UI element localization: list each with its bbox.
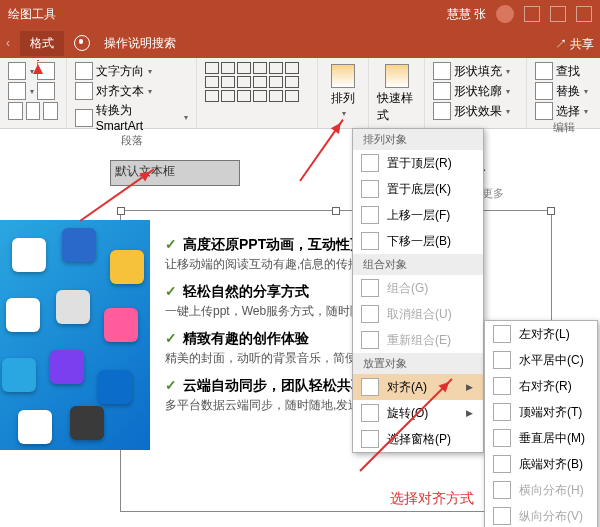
menu-selection-pane[interactable]: 选择窗格(P): [353, 426, 483, 452]
align-hcenter-icon: [493, 351, 511, 369]
find-icon[interactable]: [535, 62, 553, 80]
rotate-icon: [361, 404, 379, 422]
smartart-icon[interactable]: [75, 109, 93, 127]
arrange-icon: [331, 64, 355, 88]
shape-fill-button[interactable]: 形状填充: [454, 63, 502, 80]
group-paragraph-label: 段落: [75, 133, 188, 148]
align-top[interactable]: 顶端对齐(T): [485, 399, 597, 425]
replace-icon[interactable]: [535, 82, 553, 100]
shape-outline-icon[interactable]: [433, 82, 451, 100]
menu-ungroup[interactable]: 取消组合(U): [353, 301, 483, 327]
user-avatar[interactable]: [496, 5, 514, 23]
indent-inc-icon[interactable]: [37, 82, 55, 100]
default-textbox-placeholder[interactable]: 默认文本框: [110, 160, 240, 186]
replace-button[interactable]: 替换: [556, 83, 580, 100]
shape-outline-button[interactable]: 形状轮廓: [454, 83, 502, 100]
numbering-icon[interactable]: [8, 82, 26, 100]
align-left[interactable]: 左对齐(L): [485, 321, 597, 347]
check-icon: ✓: [165, 330, 177, 346]
align-bottom[interactable]: 底端对齐(B): [485, 451, 597, 477]
share-button[interactable]: ↗ 共享: [555, 36, 594, 53]
bring-forward-icon: [361, 206, 379, 224]
menu-align[interactable]: 对齐(A)▶: [353, 374, 483, 400]
align-vmid-icon: [493, 429, 511, 447]
shape-effects-icon[interactable]: [433, 102, 451, 120]
align-text-button[interactable]: 对齐文本: [96, 83, 144, 100]
align-text-icon[interactable]: [75, 82, 93, 100]
check-icon: ✓: [165, 283, 177, 299]
menu-header-group: 组合对象: [353, 254, 483, 275]
quick-styles-icon: [385, 64, 409, 88]
lightbulb-icon: [74, 35, 90, 51]
selection-pane-icon: [361, 430, 379, 448]
check-icon: ✓: [165, 236, 177, 252]
annotation-arrow: [37, 60, 39, 61]
align-top-icon: [493, 403, 511, 421]
align-vmid[interactable]: 垂直居中(M): [485, 425, 597, 451]
tab-prev-icon[interactable]: ‹: [6, 36, 10, 50]
menu-regroup[interactable]: 重新组合(E): [353, 327, 483, 353]
menu-bring-forward[interactable]: 上移一层(F): [353, 202, 483, 228]
drawing-tools-label: 绘图工具: [8, 6, 56, 23]
find-button[interactable]: 查找: [556, 63, 580, 80]
minimize-icon[interactable]: [550, 6, 566, 22]
text-direction-icon[interactable]: [75, 62, 93, 80]
align-hdist[interactable]: 横向分布(H): [485, 477, 597, 503]
arrange-button[interactable]: 排列▾: [322, 62, 364, 120]
bring-front-icon: [361, 154, 379, 172]
menu-header-position: 放置对象: [353, 353, 483, 374]
text-direction-button[interactable]: 文字方向: [96, 63, 144, 80]
shape-fill-icon[interactable]: [433, 62, 451, 80]
align-left-icon[interactable]: [8, 102, 23, 120]
convert-smartart-button[interactable]: 转换为 SmartArt: [96, 102, 181, 133]
menu-send-back[interactable]: 置于底层(K): [353, 176, 483, 202]
align-right-icon: [493, 377, 511, 395]
maximize-icon[interactable]: [576, 6, 592, 22]
bullets-icon[interactable]: [8, 62, 26, 80]
tab-format[interactable]: 格式: [20, 31, 64, 56]
ungroup-icon: [361, 305, 379, 323]
group-icon: [361, 279, 379, 297]
align-bottom-icon: [493, 455, 511, 473]
slide-image: [0, 220, 150, 450]
align-vdist[interactable]: 纵向分布(V): [485, 503, 597, 527]
regroup-icon: [361, 331, 379, 349]
align-left-icon: [493, 325, 511, 343]
vdist-icon: [493, 507, 511, 525]
arrange-menu: 排列对象 置于顶层(R) 置于底层(K) 上移一层(F) 下移一层(B) 组合对…: [352, 128, 484, 453]
tell-me-search[interactable]: 操作说明搜索: [104, 35, 176, 52]
annotation-label: 选择对齐方式: [390, 490, 474, 508]
align-icon: [361, 378, 379, 396]
menu-group[interactable]: 组合(G): [353, 275, 483, 301]
menu-send-backward[interactable]: 下移一层(B): [353, 228, 483, 254]
user-name: 慧慧 张: [447, 6, 486, 23]
shape-effects-button[interactable]: 形状效果: [454, 103, 502, 120]
check-icon: ✓: [165, 377, 177, 393]
send-backward-icon: [361, 232, 379, 250]
ribbon: ▾ ▾ 文字方向▾ 对齐文本▾ 转换为 SmartArt▾ 段落 排列▾ 快速样…: [0, 58, 600, 129]
quick-styles-button[interactable]: 快速样式▾: [373, 62, 420, 137]
group-edit-label: 编辑: [535, 120, 592, 135]
align-right[interactable]: 右对齐(R): [485, 373, 597, 399]
send-back-icon: [361, 180, 379, 198]
hdist-icon: [493, 481, 511, 499]
menu-bring-front[interactable]: 置于顶层(R): [353, 150, 483, 176]
shapes-gallery[interactable]: [205, 62, 309, 102]
select-button[interactable]: 选择: [556, 103, 580, 120]
ribbon-options-icon[interactable]: [524, 6, 540, 22]
align-right-icon[interactable]: [43, 102, 58, 120]
select-icon[interactable]: [535, 102, 553, 120]
align-center-icon[interactable]: [26, 102, 41, 120]
menu-header-arrange: 排列对象: [353, 129, 483, 150]
align-submenu: 左对齐(L) 水平居中(C) 右对齐(R) 顶端对齐(T) 垂直居中(M) 底端…: [484, 320, 598, 527]
align-hcenter[interactable]: 水平居中(C): [485, 347, 597, 373]
